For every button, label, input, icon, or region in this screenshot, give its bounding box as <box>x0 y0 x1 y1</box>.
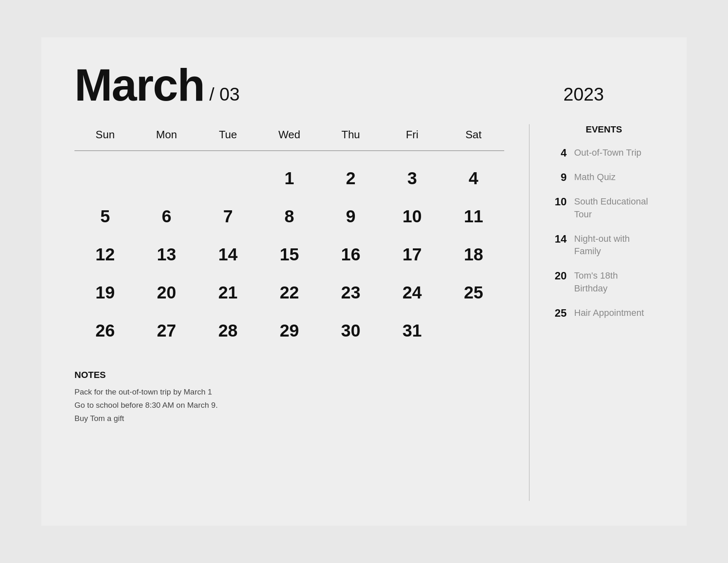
event-day: 14 <box>554 233 567 245</box>
day-3[interactable]: 3 <box>381 159 443 197</box>
day-header-fri: Fri <box>381 124 443 147</box>
day-4[interactable]: 4 <box>443 159 504 197</box>
day-1[interactable]: 1 <box>259 159 320 197</box>
events-list: 4Out-of-Town Trip9Math Quiz10South Educa… <box>554 147 654 331</box>
day-header-thu: Thu <box>320 124 381 147</box>
event-name: Tom's 18th Birthday <box>574 269 654 295</box>
calendar-grid: 0001234567891011121314151617181920212223… <box>74 159 504 350</box>
empty-cell: 0 <box>197 159 259 197</box>
event-day: 9 <box>554 171 567 184</box>
title-group: March / 03 <box>74 62 239 108</box>
day-26[interactable]: 26 <box>74 312 136 350</box>
event-day: 20 <box>554 269 567 282</box>
day-28[interactable]: 28 <box>197 312 259 350</box>
empty-cell: 0 <box>74 159 136 197</box>
events-title: EVENTS <box>554 124 654 135</box>
events-section: EVENTS 4Out-of-Town Trip9Math Quiz10Sout… <box>554 124 654 501</box>
notes-title: NOTES <box>74 370 504 380</box>
event-item-4: 4Out-of-Town Trip <box>554 147 654 159</box>
day-6[interactable]: 6 <box>136 197 197 236</box>
event-name: Night-out with Family <box>574 233 654 258</box>
event-name: Out-of-Town Trip <box>574 147 642 159</box>
month-title: March <box>74 62 204 108</box>
vertical-divider <box>529 124 529 501</box>
calendar-section: SunMonTueWedThuFriSat 000123456789101112… <box>74 124 504 501</box>
day-30[interactable]: 30 <box>320 312 381 350</box>
day-header-wed: Wed <box>259 124 320 147</box>
day-header-mon: Mon <box>136 124 197 147</box>
day-headers: SunMonTueWedThuFriSat <box>74 124 504 147</box>
notes-text: Pack for the out-of-town trip by March 1… <box>74 385 504 426</box>
event-item-14: 14Night-out with Family <box>554 233 654 258</box>
day-header-sat: Sat <box>443 124 504 147</box>
event-name: Math Quiz <box>574 171 615 184</box>
note-line: Go to school before 8:30 AM on March 9. <box>74 399 504 412</box>
empty-cell: 0 <box>136 159 197 197</box>
day-27[interactable]: 27 <box>136 312 197 350</box>
event-day: 25 <box>554 307 567 320</box>
day-13[interactable]: 13 <box>136 236 197 274</box>
event-item-20: 20Tom's 18th Birthday <box>554 269 654 295</box>
event-name: South Educational Tour <box>574 195 654 221</box>
event-day: 10 <box>554 195 567 208</box>
day-16[interactable]: 16 <box>320 236 381 274</box>
day-14[interactable]: 14 <box>197 236 259 274</box>
event-item-9: 9Math Quiz <box>554 171 654 184</box>
day-20[interactable]: 20 <box>136 274 197 312</box>
calendar-page: March / 03 2023 SunMonTueWedThuFriSat 00… <box>41 37 687 526</box>
day-8[interactable]: 8 <box>259 197 320 236</box>
day-24[interactable]: 24 <box>381 274 443 312</box>
header: March / 03 2023 <box>74 62 654 108</box>
day-21[interactable]: 21 <box>197 274 259 312</box>
year: 2023 <box>563 84 604 105</box>
day-19[interactable]: 19 <box>74 274 136 312</box>
day-5[interactable]: 5 <box>74 197 136 236</box>
day-15[interactable]: 15 <box>259 236 320 274</box>
day-2[interactable]: 2 <box>320 159 381 197</box>
day-17[interactable]: 17 <box>381 236 443 274</box>
notes-section: NOTES Pack for the out-of-town trip by M… <box>74 370 504 426</box>
day-22[interactable]: 22 <box>259 274 320 312</box>
note-line: Pack for the out-of-town trip by March 1 <box>74 385 504 399</box>
month-number: / 03 <box>209 84 239 105</box>
day-18[interactable]: 18 <box>443 236 504 274</box>
event-item-10: 10South Educational Tour <box>554 195 654 221</box>
day-10[interactable]: 10 <box>381 197 443 236</box>
day-23[interactable]: 23 <box>320 274 381 312</box>
day-12[interactable]: 12 <box>74 236 136 274</box>
day-9[interactable]: 9 <box>320 197 381 236</box>
day-header-sun: Sun <box>74 124 136 147</box>
day-header-tue: Tue <box>197 124 259 147</box>
main-content: SunMonTueWedThuFriSat 000123456789101112… <box>74 124 654 501</box>
event-name: Hair Appointment <box>574 307 644 320</box>
day-29[interactable]: 29 <box>259 312 320 350</box>
event-day: 4 <box>554 147 567 159</box>
header-divider <box>74 150 504 151</box>
day-31[interactable]: 31 <box>381 312 443 350</box>
day-11[interactable]: 11 <box>443 197 504 236</box>
day-7[interactable]: 7 <box>197 197 259 236</box>
day-25[interactable]: 25 <box>443 274 504 312</box>
event-item-25: 25Hair Appointment <box>554 307 654 320</box>
note-line: Buy Tom a gift <box>74 412 504 425</box>
